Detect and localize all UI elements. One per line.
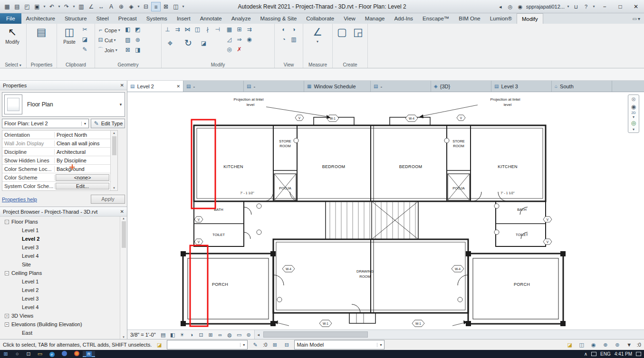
pin-icon[interactable]: ◉ [245, 35, 254, 44]
app-store-icon[interactable]: ⊔ [572, 2, 580, 11]
trim-extend-single-icon[interactable]: ⇒ [235, 35, 244, 44]
worksets-icon[interactable]: ◪ [155, 341, 163, 349]
ribbon-tab-manage[interactable]: Manage [360, 13, 390, 24]
shadows-icon[interactable]: ◑ [188, 331, 196, 339]
collapse-search-icon[interactable]: ◂ [496, 2, 505, 11]
ribbon-display-toggle[interactable]: ▭ ▾ [633, 13, 644, 24]
scroll-down-icon[interactable]: ▾ [113, 186, 115, 190]
edit-in-place-icon[interactable]: ◫ [577, 341, 586, 349]
ribbon-tab-analyze[interactable]: Analyze [227, 13, 256, 24]
browser-item-level-2[interactable]: Level 2 [0, 235, 120, 243]
unpin-icon[interactable]: ◎ [225, 45, 234, 54]
reveal-hidden-elements-icon[interactable]: ◍ [226, 331, 234, 339]
ribbon-tab-insert[interactable]: Insert [172, 13, 195, 24]
split-element-icon[interactable]: ∤ [203, 25, 212, 34]
sun-path-icon[interactable]: ☀ [178, 331, 186, 339]
horizontal-scrollbar[interactable]: ◂ [254, 330, 644, 339]
create-similar-button[interactable]: ◲ [351, 25, 365, 39]
redo-dropdown-icon[interactable]: ▾ [72, 4, 76, 9]
ribbon-tab-modify[interactable]: Modify [517, 13, 543, 24]
sync-dropdown-icon[interactable]: ▾ [42, 4, 47, 9]
select-panel-dropdown-icon[interactable]: ▾ [19, 63, 21, 67]
search-icon[interactable]: ◎ [506, 2, 515, 11]
ribbon-tab-architecture[interactable]: Architecture [21, 13, 60, 24]
ribbon-tab-lumion[interactable]: Lumion® [485, 13, 517, 24]
section-icon[interactable]: ⊟ [141, 2, 151, 11]
crop-view-icon[interactable]: ⊡ [197, 331, 205, 339]
join-dropdown-icon[interactable]: ▾ [114, 48, 118, 52]
property-row[interactable]: Color Scheme <none> [2, 173, 110, 182]
collapse-icon[interactable]: − [5, 220, 9, 224]
measure-dropdown-icon[interactable]: ▾ [316, 39, 320, 44]
browser-item-site[interactable]: Site [0, 260, 120, 269]
move-icon[interactable]: ⌖ [163, 36, 177, 50]
measure-icon[interactable]: ∠ [87, 2, 96, 11]
copy-to-clipboard-icon[interactable]: ◪ [80, 35, 89, 44]
ribbon-tab-steel[interactable]: Steel [92, 13, 114, 24]
visibility-graphics-icon[interactable]: ◐ [279, 25, 288, 34]
view-tab-level-3[interactable]: ▤ Level 3 [491, 81, 552, 92]
rotate-icon[interactable]: ↻ [181, 36, 195, 50]
detail-level-icon[interactable]: ▤ [159, 331, 167, 339]
offset-icon[interactable]: ⇉ [173, 25, 182, 34]
mirror-draw-axis-icon[interactable]: ◫ [193, 25, 202, 34]
view-tab-window-schedule[interactable]: ▦ Window Schedule [304, 81, 371, 92]
display-icon[interactable] [591, 352, 596, 356]
design-options-combo[interactable]: Main Model ▾ [294, 340, 384, 349]
aligned-dimension-icon[interactable]: ↔ [96, 2, 106, 11]
wheel-dropdown-icon[interactable]: ▾ [633, 115, 634, 119]
array-icon[interactable]: ▦ [225, 25, 234, 34]
mirror-pick-axis-icon[interactable]: ⋈ [183, 25, 192, 34]
color-scheme-dropdown[interactable]: <none> [56, 174, 109, 181]
application-menu-icon[interactable]: ▦ [2, 2, 12, 11]
default-3d-view-icon[interactable]: ◈ [126, 2, 136, 11]
3d-view-dropdown-icon[interactable]: ▾ [136, 4, 141, 9]
type-selector[interactable]: Floor Plan ▾ [2, 92, 125, 117]
property-row[interactable]: System Color Sche... Edit... [2, 182, 110, 190]
scale-label[interactable]: 3/8" = 1'-0" [130, 332, 156, 338]
scale-icon[interactable]: ◿ [225, 35, 234, 44]
design-options-pick-icon[interactable]: ⊟ [282, 341, 291, 349]
tray-expand-icon[interactable]: ∧ [584, 351, 587, 357]
join-geometry-button[interactable]: ⌒ Join ▾ [96, 45, 121, 55]
language-indicator[interactable]: ENG [600, 351, 611, 357]
modify-tool-button[interactable]: ↖ Modify [1, 25, 23, 45]
worksets-dropdown-icon[interactable]: ▾ [240, 343, 247, 347]
navigation-bar[interactable]: ⊗ ◉ 2D ▾ ◎ ▾ [628, 94, 639, 133]
chrome-icon[interactable] [70, 351, 83, 357]
delete-icon[interactable]: ✗ [235, 45, 244, 54]
scrollbar-thumb[interactable] [112, 136, 116, 155]
browser-item-3d-views[interactable]: + 3D Views [0, 311, 120, 320]
view-filter-combo[interactable]: Floor Plan: Level 2 ▾ [2, 119, 89, 128]
paste-button[interactable]: ◫ Paste [58, 25, 80, 54]
select-pinned-icon[interactable]: ◉ [589, 341, 598, 349]
ribbon-tab-bim-one[interactable]: BIM One [454, 13, 485, 24]
property-value[interactable]: Background [55, 166, 110, 172]
unjoin-geometry-icon[interactable]: ⊠ [123, 46, 132, 55]
collapse-icon[interactable]: − [5, 271, 9, 275]
match-type-icon[interactable]: ✎ [80, 45, 89, 54]
visual-style-icon[interactable]: ◧ [169, 331, 177, 339]
project-browser-close-icon[interactable]: ✕ [120, 209, 124, 214]
qat-customize-icon[interactable]: ▾ [181, 4, 185, 9]
drawing-area[interactable]: W-1 W-4 W-4 W-4 W-1 W-1 V V V V V V [127, 92, 644, 330]
exclude-options-icon[interactable]: ◪ [566, 341, 574, 349]
type-selector-dropdown-icon[interactable]: ▾ [117, 102, 125, 107]
new-file-icon[interactable]: ▤ [12, 2, 22, 11]
save-icon[interactable]: ▣ [32, 2, 42, 11]
apply-button[interactable]: Apply [91, 195, 125, 204]
ribbon-tab-precast[interactable]: Precast [114, 13, 142, 24]
browser-item-east[interactable]: East [0, 329, 120, 337]
optimize-icon[interactable]: ◨ [133, 46, 142, 55]
help-dropdown-icon[interactable]: ▾ [592, 4, 596, 9]
properties-help-link[interactable]: Properties help [2, 197, 37, 202]
start-button[interactable]: ⊞ [0, 350, 11, 358]
tag-by-category-icon[interactable]: ⊕ [116, 2, 126, 11]
select-by-face-icon[interactable]: ⊕ [601, 341, 610, 349]
view-tab-level-2[interactable]: ▤ Level 2 ✕ [127, 81, 183, 92]
swap-icon[interactable]: ⇉ [245, 25, 254, 34]
close-inactive-windows-icon[interactable]: ⊠ [161, 2, 171, 11]
property-value[interactable]: Project North [55, 132, 110, 138]
browser-item-elevations[interactable]: + Elevations (Building Elevation) [0, 320, 120, 329]
property-row[interactable]: Color Scheme Loc... Background [2, 165, 110, 173]
